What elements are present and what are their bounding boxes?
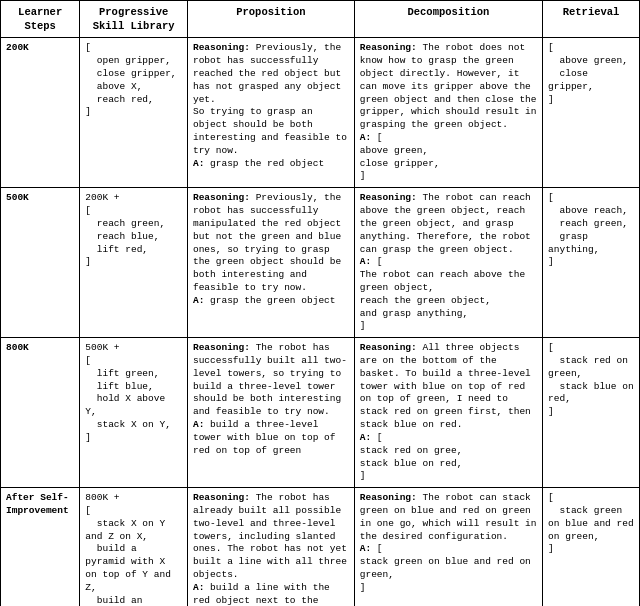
cell-retrieval: [ stack red on green, stack blue on red,… [543,338,640,488]
header-proposition: Proposition [187,1,354,38]
cell-step: 800K [1,338,80,488]
cell-library: 500K + [ lift green, lift blue, hold X a… [80,338,188,488]
table-row: 200K[ open gripper, close gripper, above… [1,38,640,188]
cell-decomposition: Reasoning: The robot can reach above the… [354,188,542,338]
cell-decomposition: Reasoning: The robot does not know how t… [354,38,542,188]
cell-step: 500K [1,188,80,338]
header-library: Progressive Skill Library [80,1,188,38]
table-row: After Self-Improvement800K + [ stack X o… [1,488,640,606]
cell-proposition: Reasoning: The robot has successfully bu… [187,338,354,488]
cell-step: After Self-Improvement [1,488,80,606]
cell-retrieval: [ above reach, reach green, grasp anythi… [543,188,640,338]
cell-step: 200K [1,38,80,188]
header-retrieval: Retrieval [543,1,640,38]
cell-retrieval: [ above green, close gripper, ] [543,38,640,188]
cell-proposition: Reasoning: Previously, the robot has suc… [187,188,354,338]
table-row: 800K500K + [ lift green, lift blue, hold… [1,338,640,488]
cell-library: [ open gripper, close gripper, above X, … [80,38,188,188]
cell-decomposition: Reasoning: The robot can stack green on … [354,488,542,606]
cell-decomposition: Reasoning: All three objects are on the … [354,338,542,488]
cell-proposition: Reasoning: The robot has already built a… [187,488,354,606]
cell-retrieval: [ stack green on blue and red on green, … [543,488,640,606]
cell-library: 200K + [ reach green, reach blue, lift r… [80,188,188,338]
header-decomposition: Decomposition [354,1,542,38]
table-row: 500K200K + [ reach green, reach blue, li… [1,188,640,338]
cell-library: 800K + [ stack X on Y and Z on X, build … [80,488,188,606]
header-learner-steps: Learner Steps [1,1,80,38]
cell-proposition: Reasoning: Previously, the robot has suc… [187,38,354,188]
